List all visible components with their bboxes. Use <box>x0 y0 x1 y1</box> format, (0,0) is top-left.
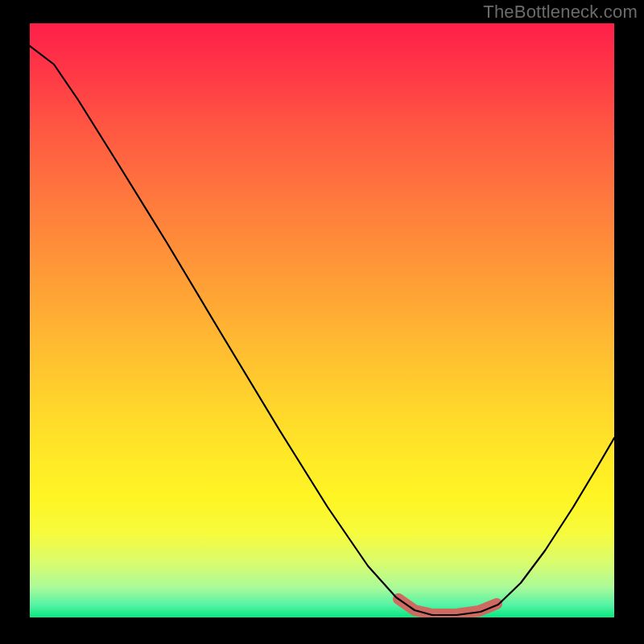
plot-area <box>30 23 614 617</box>
curve-svg <box>30 23 614 617</box>
watermark-text: TheBottleneck.com <box>483 2 638 23</box>
main-curve <box>30 46 614 615</box>
chart-frame: TheBottleneck.com <box>0 0 644 644</box>
